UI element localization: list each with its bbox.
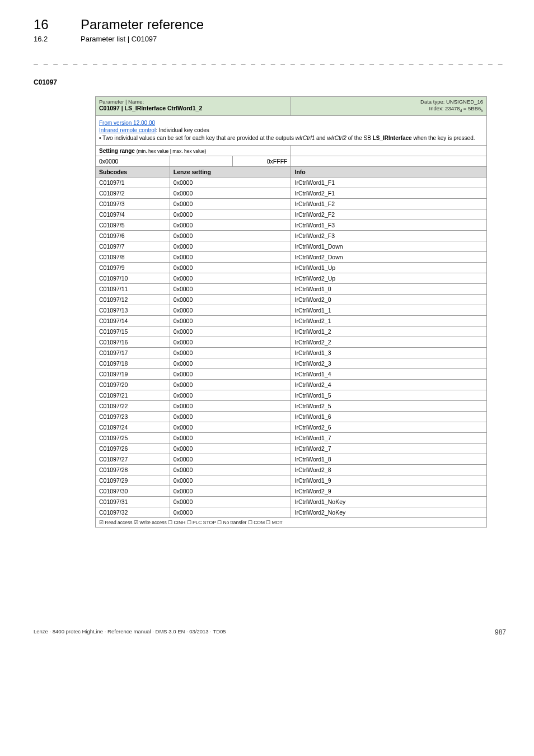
table-row: C01097/100x0000IrCtrlWord2_Up	[96, 273, 487, 284]
table-row: C01097/280x0000IrCtrlWord2_8	[96, 465, 487, 475]
subcode-cell: C01097/1	[96, 178, 170, 188]
version-link[interactable]: From version 12.00.00	[99, 120, 155, 126]
lenze-setting-cell: 0x0000	[170, 422, 291, 433]
lenze-setting-cell: 0x0000	[170, 273, 291, 284]
access-footer-row: ☑ Read access ☑ Write access ☐ CINH ☐ PL…	[96, 518, 487, 528]
chapter-header: 16 Parameter reference	[34, 17, 506, 32]
table-row: C01097/90x0000IrCtrlWord1_Up	[96, 263, 487, 273]
lenze-setting-cell: 0x0000	[170, 241, 291, 252]
info-cell: IrCtrlWord2_Down	[291, 252, 487, 263]
table-row: C01097/260x0000IrCtrlWord2_7	[96, 444, 487, 454]
lenze-setting-cell: 0x0000	[170, 178, 291, 188]
table-row: C01097/70x0000IrCtrlWord1_Down	[96, 241, 487, 252]
info-cell: IrCtrlWord2_4	[291, 380, 487, 390]
subcode-cell: C01097/30	[96, 486, 170, 497]
lenze-setting-cell: 0x0000	[170, 412, 291, 422]
subcode-cell: C01097/8	[96, 252, 170, 263]
table-row: C01097/240x0000IrCtrlWord2_6	[96, 422, 487, 433]
info-cell: IrCtrlWord2_NoKey	[291, 507, 487, 518]
subcode-cell: C01097/9	[96, 263, 170, 273]
table-row: C01097/300x0000IrCtrlWord2_9	[96, 486, 487, 497]
parameter-table: Parameter | Name: C01097 | LS_IRInterfac…	[95, 96, 487, 528]
lenze-setting-cell: 0x0000	[170, 369, 291, 380]
lenze-setting-cell: 0x0000	[170, 444, 291, 454]
info-cell: IrCtrlWord2_6	[291, 422, 487, 433]
subcode-cell: C01097/11	[96, 284, 170, 295]
info-cell: IrCtrlWord1_1	[291, 305, 487, 316]
subcode-cell: C01097/6	[96, 231, 170, 241]
footer-left: Lenze · 8400 protec HighLine · Reference…	[34, 628, 226, 636]
desc-link-after: : Individual key codes	[156, 127, 209, 133]
info-cell: IrCtrlWord2_8	[291, 465, 487, 475]
subcode-cell: C01097/27	[96, 454, 170, 465]
lenze-setting-cell: 0x0000	[170, 220, 291, 231]
subcode-cell: C01097/10	[96, 273, 170, 284]
lenze-setting-cell: 0x0000	[170, 390, 291, 401]
subcode-cell: C01097/20	[96, 380, 170, 390]
info-cell: IrCtrlWord1_2	[291, 326, 487, 337]
lenze-setting-cell: 0x0000	[170, 348, 291, 358]
info-cell: IrCtrlWord1_7	[291, 433, 487, 444]
table-row: C01097/190x0000IrCtrlWord1_4	[96, 369, 487, 380]
lenze-setting-cell: 0x0000	[170, 263, 291, 273]
col-lenze: Lenze setting	[170, 167, 291, 178]
table-row: C01097/180x0000IrCtrlWord2_3	[96, 358, 487, 369]
table-row: C01097/80x0000IrCtrlWord2_Down	[96, 252, 487, 263]
table-row: C01097/140x0000IrCtrlWord2_1	[96, 316, 487, 326]
divider-dashes: _ _ _ _ _ _ _ _ _ _ _ _ _ _ _ _ _ _ _ _ …	[34, 57, 506, 65]
col-info: Info	[291, 167, 487, 178]
lenze-setting-cell: 0x0000	[170, 497, 291, 507]
page-number: 987	[495, 628, 506, 636]
desc-bullet: • Two individual values can be set for e…	[99, 135, 475, 141]
lenze-setting-cell: 0x0000	[170, 305, 291, 316]
subcode-cell: C01097/4	[96, 209, 170, 220]
infrared-link[interactable]: Infrared remote control	[99, 127, 156, 133]
setting-range-sub: (min. hex value | max. hex value)	[137, 148, 207, 154]
table-row: C01097/250x0000IrCtrlWord1_7	[96, 433, 487, 444]
lenze-setting-cell: 0x0000	[170, 465, 291, 475]
subcode-cell: C01097/18	[96, 358, 170, 369]
info-cell: IrCtrlWord1_F2	[291, 199, 487, 209]
info-cell: IrCtrlWord1_Up	[291, 263, 487, 273]
column-header-row: Subcodes Lenze setting Info	[96, 167, 487, 178]
lenze-setting-cell: 0x0000	[170, 358, 291, 369]
min-hex: 0x0000	[96, 156, 170, 167]
col-subcodes: Subcodes	[96, 167, 170, 178]
chapter-number: 16	[34, 17, 67, 32]
info-cell: IrCtrlWord1_Down	[291, 241, 487, 252]
subcode-cell: C01097/26	[96, 444, 170, 454]
table-row: C01097/210x0000IrCtrlWord1_5	[96, 390, 487, 401]
info-cell: IrCtrlWord2_5	[291, 401, 487, 412]
info-cell: IrCtrlWord2_2	[291, 337, 487, 348]
info-cell: IrCtrlWord2_7	[291, 444, 487, 454]
description-row: From version 12.00.00 Infrared remote co…	[96, 115, 487, 146]
page-footer: Lenze · 8400 protec HighLine · Reference…	[34, 628, 506, 636]
param-name-value: C01097 | LS_IRInterface CtrlWord1_2	[99, 105, 202, 111]
subcode-cell: C01097/2	[96, 188, 170, 199]
table-row: C01097/60x0000IrCtrlWord2_F3	[96, 231, 487, 241]
subcode-cell: C01097/7	[96, 241, 170, 252]
subcode-cell: C01097/17	[96, 348, 170, 358]
chapter-title: Parameter reference	[81, 17, 204, 32]
subcode-cell: C01097/22	[96, 401, 170, 412]
section-number: 16.2	[34, 35, 67, 43]
table-row: C01097/200x0000IrCtrlWord2_4	[96, 380, 487, 390]
lenze-setting-cell: 0x0000	[170, 231, 291, 241]
subcode-cell: C01097/32	[96, 507, 170, 518]
info-cell: IrCtrlWord2_Up	[291, 273, 487, 284]
subcode-cell: C01097/31	[96, 497, 170, 507]
index-value: Index: 23478d = 5BB6h	[429, 105, 483, 111]
setting-range-row: Setting range (min. hex value | max. hex…	[96, 146, 487, 156]
lenze-setting-cell: 0x0000	[170, 454, 291, 465]
subcode-cell: C01097/19	[96, 369, 170, 380]
info-cell: IrCtrlWord1_NoKey	[291, 497, 487, 507]
info-cell: IrCtrlWord1_4	[291, 369, 487, 380]
subcode-cell: C01097/21	[96, 390, 170, 401]
table-row: C01097/320x0000IrCtrlWord2_NoKey	[96, 507, 487, 518]
subcode-cell: C01097/13	[96, 305, 170, 316]
subcode-cell: C01097/28	[96, 465, 170, 475]
lenze-setting-cell: 0x0000	[170, 188, 291, 199]
table-row: C01097/230x0000IrCtrlWord1_6	[96, 412, 487, 422]
lenze-setting-cell: 0x0000	[170, 380, 291, 390]
info-cell: IrCtrlWord1_0	[291, 284, 487, 295]
